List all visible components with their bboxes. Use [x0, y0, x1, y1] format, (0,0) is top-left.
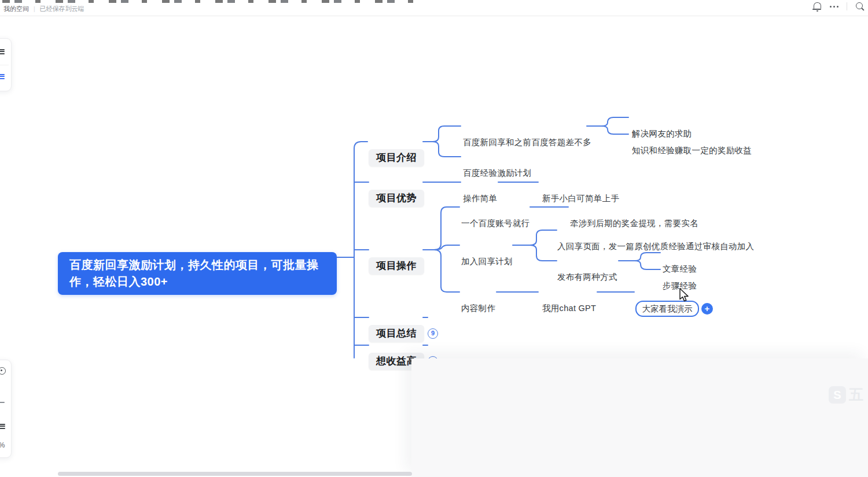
topbar-actions [812, 0, 865, 13]
node-baidu-jingyan-plan[interactable]: 百度经验激励计划 [463, 167, 531, 179]
zoom-toolbar: % [0, 360, 12, 458]
toolbar-divider [847, 2, 847, 10]
breadcrumb: 我的空间 | 已经保存到云端 [3, 5, 84, 13]
root-node[interactable]: 百度新回享激励计划，持久性的项目，可批量操作，轻松日入300+ [58, 252, 337, 295]
node-use-chatgpt[interactable]: 我用chat GPT [542, 302, 596, 315]
locate-icon [0, 367, 6, 375]
outline-list-button[interactable] [0, 48, 11, 55]
node-two-publish-ways[interactable]: 发布有两种方式 [557, 271, 617, 283]
search-icon[interactable] [855, 2, 865, 11]
branch-project-summary[interactable]: 项目总结 [369, 325, 424, 342]
minus-icon [0, 402, 5, 403]
list-icon [0, 48, 5, 55]
horizontal-scrollbar[interactable] [58, 472, 412, 476]
node-article-experience[interactable]: 文章经验 [663, 263, 697, 275]
more-icon[interactable] [830, 2, 838, 11]
breadcrumb-divider: | [34, 6, 35, 12]
outline-active-button[interactable] [0, 73, 11, 80]
top-bar: 我的空间 | 已经保存到云端 [0, 0, 868, 16]
node-auto-join-after-review[interactable]: 入回享页面，发一篇原创优质经验通过审核自动加入 [557, 241, 754, 253]
node-content-creation[interactable]: 内容制作 [461, 302, 495, 315]
node-baidu-reply-share[interactable]: 百度新回享和之前百度答题差不多 [463, 136, 591, 149]
node-help-netizens[interactable]: 解决网友的求助 [632, 128, 692, 140]
node-earn-rewards[interactable]: 知识和经验赚取一定的奖励收益 [632, 145, 752, 157]
outline-toolbar [0, 38, 12, 91]
watermark-text: 五 [849, 385, 863, 404]
node-step-experience[interactable]: 步骤经验 [663, 280, 697, 292]
save-status: 已经保存到云端 [40, 5, 84, 13]
toolbar-divider [0, 65, 9, 65]
branch-project-intro[interactable]: 项目介绍 [369, 149, 424, 167]
watermark-logo: S [829, 386, 846, 404]
zoom-level-label[interactable]: % [0, 441, 11, 449]
node-watch-my-demo-selected[interactable]: 大家看我演示 [635, 301, 699, 317]
collapse-badge[interactable]: 9 [428, 328, 438, 339]
locate-button[interactable] [0, 367, 11, 375]
node-join-replyshare-plan[interactable]: 加入回享计划 [461, 256, 513, 268]
screen-overlay-panel: S 五 [411, 358, 868, 477]
watermark: S 五 [829, 385, 863, 404]
node-one-baidu-account[interactable]: 一个百度账号就行 [461, 217, 529, 230]
add-child-button[interactable]: + [701, 303, 713, 315]
workspace-link[interactable]: 我的空间 [3, 5, 29, 13]
node-easy-operation[interactable]: 操作简单 [463, 193, 497, 205]
zoom-menu-button[interactable] [0, 423, 11, 430]
clipped-tab-text [2, 0, 425, 3]
node-beginner-friendly[interactable]: 新手小白可简单上手 [542, 193, 619, 205]
list-icon [0, 423, 5, 430]
node-real-name-needed[interactable]: 牵涉到后期的奖金提现，需要实名 [570, 217, 698, 230]
bell-icon[interactable] [812, 2, 822, 11]
branch-project-operation[interactable]: 项目操作 [369, 257, 424, 275]
list-blue-icon [0, 73, 5, 80]
zoom-out-button[interactable] [0, 402, 11, 403]
branch-project-advantage[interactable]: 项目优势 [369, 190, 424, 207]
